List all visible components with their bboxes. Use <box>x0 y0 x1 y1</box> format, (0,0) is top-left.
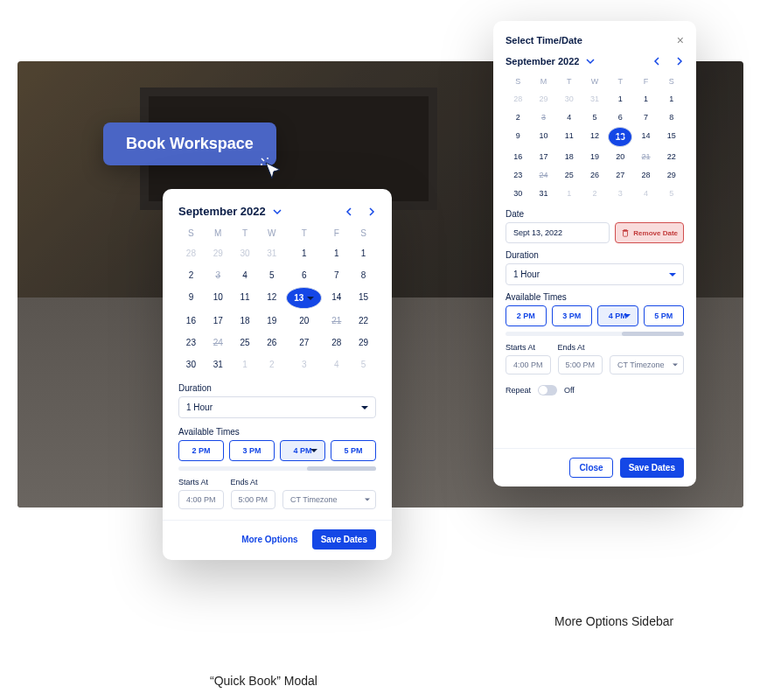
calendar-day[interactable]: 4 <box>633 185 658 202</box>
calendar-day[interactable]: 4 <box>233 265 258 285</box>
next-month-button[interactable] <box>367 207 376 216</box>
calendar-day[interactable]: 8 <box>659 108 684 126</box>
time-chip[interactable]: 4 PM <box>280 440 325 461</box>
calendar-day[interactable]: 22 <box>659 148 684 165</box>
calendar-day[interactable]: 1 <box>659 90 684 108</box>
close-button[interactable]: Close <box>569 458 612 478</box>
save-dates-button[interactable]: Save Dates <box>312 529 376 550</box>
calendar-day[interactable]: 1 <box>351 243 376 263</box>
calendar-day[interactable]: 23 <box>506 166 530 184</box>
repeat-toggle[interactable] <box>538 385 557 396</box>
calendar-day[interactable]: 12 <box>582 127 607 147</box>
calendar-day[interactable]: 31 <box>582 90 607 108</box>
calendar-day[interactable]: 25 <box>233 332 258 353</box>
calendar-day[interactable]: 15 <box>351 287 376 309</box>
calendar-day[interactable]: 17 <box>206 311 231 331</box>
calendar-day[interactable]: 26 <box>259 332 284 353</box>
calendar-day[interactable]: 13 <box>286 287 322 309</box>
calendar-day[interactable]: 3 <box>531 108 555 126</box>
ends-at-input[interactable]: 5:00 PM <box>231 490 276 509</box>
calendar-day[interactable]: 14 <box>324 287 349 309</box>
calendar-day[interactable]: 5 <box>259 265 284 285</box>
calendar-day[interactable]: 30 <box>178 354 204 374</box>
calendar-day[interactable]: 29 <box>659 166 684 184</box>
calendar-day[interactable]: 30 <box>557 90 582 108</box>
calendar-day[interactable]: 6 <box>286 265 322 285</box>
starts-at-input[interactable]: 4:00 PM <box>178 490 224 509</box>
calendar-day[interactable]: 7 <box>324 265 349 285</box>
calendar-day[interactable]: 22 <box>351 311 376 331</box>
duration-select[interactable]: 1 Hour <box>506 263 684 285</box>
calendar-day[interactable]: 10 <box>531 127 555 147</box>
prev-month-button[interactable] <box>652 57 661 66</box>
month-dropdown-icon[interactable] <box>273 207 282 216</box>
calendar-day[interactable]: 1 <box>633 90 658 108</box>
calendar-day[interactable]: 1 <box>233 354 258 374</box>
calendar-day[interactable]: 5 <box>659 185 684 202</box>
time-chip[interactable]: 3 PM <box>229 440 275 461</box>
calendar-day[interactable]: 27 <box>286 332 322 353</box>
time-chip[interactable]: 2 PM <box>506 305 547 326</box>
time-chip[interactable]: 2 PM <box>178 440 224 461</box>
calendar-day[interactable]: 29 <box>206 243 231 263</box>
month-dropdown-icon[interactable] <box>586 57 595 66</box>
calendar-day[interactable]: 5 <box>351 354 376 374</box>
calendar-day[interactable]: 28 <box>178 243 204 263</box>
calendar-day[interactable]: 30 <box>233 243 258 263</box>
calendar-day[interactable]: 11 <box>233 287 258 309</box>
calendar-day[interactable]: 24 <box>206 332 231 353</box>
calendar-day[interactable]: 3 <box>608 185 632 202</box>
calendar-day[interactable]: 15 <box>659 127 684 147</box>
calendar-day[interactable]: 20 <box>286 311 322 331</box>
calendar-day[interactable]: 26 <box>582 166 607 184</box>
book-workspace-button[interactable]: Book Workspace <box>103 122 276 165</box>
prev-month-button[interactable] <box>345 207 353 216</box>
calendar-day[interactable]: 31 <box>206 354 231 374</box>
calendar-day[interactable]: 1 <box>608 90 632 108</box>
ends-at-input[interactable]: 5:00 PM <box>558 355 603 374</box>
calendar-day[interactable]: 4 <box>324 354 349 374</box>
calendar-day[interactable]: 2 <box>582 185 607 202</box>
calendar-day[interactable]: 18 <box>557 148 582 165</box>
calendar-day[interactable]: 1 <box>557 185 582 202</box>
calendar-day[interactable]: 21 <box>633 148 658 165</box>
more-options-button[interactable]: More Options <box>234 529 304 550</box>
close-icon[interactable]: × <box>677 33 684 47</box>
calendar-day[interactable]: 1 <box>324 243 349 263</box>
remove-date-button[interactable]: Remove Date <box>615 222 684 243</box>
calendar-day[interactable]: 31 <box>531 185 555 202</box>
calendar-day[interactable]: 27 <box>608 166 632 184</box>
time-chip[interactable]: 5 PM <box>644 305 685 326</box>
calendar-day[interactable]: 13 <box>608 127 632 147</box>
calendar-day[interactable]: 19 <box>259 311 284 331</box>
duration-select[interactable]: 1 Hour <box>178 396 376 418</box>
calendar-day[interactable]: 31 <box>259 243 284 263</box>
time-scroll[interactable] <box>178 466 376 471</box>
calendar-day[interactable]: 7 <box>633 108 658 126</box>
calendar-day[interactable]: 8 <box>351 265 376 285</box>
calendar-day[interactable]: 4 <box>557 108 582 126</box>
time-chip[interactable]: 4 PM <box>597 305 638 326</box>
calendar-day[interactable]: 28 <box>633 166 658 184</box>
calendar-day[interactable]: 9 <box>506 127 530 147</box>
calendar-day[interactable]: 2 <box>259 354 284 374</box>
calendar-day[interactable]: 23 <box>178 332 204 353</box>
calendar-day[interactable]: 19 <box>582 148 607 165</box>
calendar-day[interactable]: 3 <box>286 354 322 374</box>
calendar-day[interactable]: 17 <box>531 148 555 165</box>
calendar-day[interactable]: 10 <box>206 287 231 309</box>
calendar-day[interactable]: 9 <box>178 287 204 309</box>
calendar-day[interactable]: 16 <box>506 148 530 165</box>
timezone-select[interactable]: CT Timezone <box>610 355 684 374</box>
calendar-day[interactable]: 16 <box>178 311 204 331</box>
calendar-day[interactable]: 2 <box>506 108 530 126</box>
calendar-day[interactable]: 5 <box>582 108 607 126</box>
calendar-day[interactable]: 3 <box>206 265 231 285</box>
calendar-day[interactable]: 21 <box>324 311 349 331</box>
calendar-day[interactable]: 20 <box>608 148 632 165</box>
calendar-day[interactable]: 24 <box>531 166 555 184</box>
next-month-button[interactable] <box>675 57 684 66</box>
calendar-day[interactable]: 6 <box>608 108 632 126</box>
calendar-day[interactable]: 18 <box>233 311 258 331</box>
calendar-day[interactable]: 14 <box>633 127 658 147</box>
